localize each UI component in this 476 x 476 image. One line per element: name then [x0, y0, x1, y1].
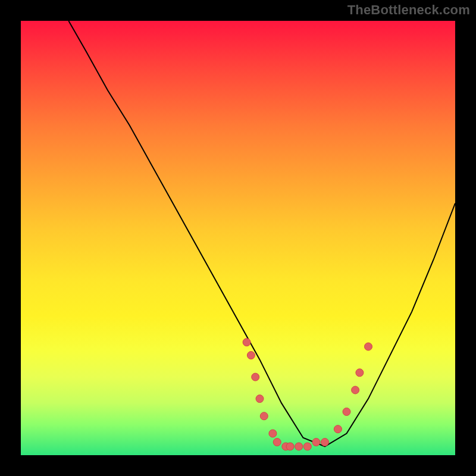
highlight-dot: [352, 386, 359, 394]
highlight-dot: [321, 439, 329, 446]
highlight-dot: [356, 369, 364, 377]
highlight-dot: [303, 443, 311, 450]
highlight-dot: [286, 443, 294, 450]
curve-svg: [21, 21, 455, 455]
highlight-dot: [243, 339, 250, 346]
highlight-dot: [295, 443, 303, 450]
highlight-dot: [247, 352, 255, 359]
bottleneck-curve: [68, 21, 455, 446]
highlight-dot: [269, 430, 277, 437]
highlight-dot: [252, 373, 259, 381]
watermark-text: TheBottleneck.com: [347, 2, 470, 18]
highlight-dot: [343, 408, 350, 416]
highlight-dot: [256, 395, 264, 403]
chart-stage: TheBottleneck.com: [0, 0, 476, 476]
highlight-dot: [334, 425, 342, 433]
highlight-dot: [273, 439, 281, 446]
highlight-dot: [312, 439, 320, 446]
highlight-dot: [365, 343, 372, 350]
plot-area: [21, 21, 455, 455]
highlight-dots: [243, 339, 372, 450]
highlight-dot: [260, 412, 268, 420]
